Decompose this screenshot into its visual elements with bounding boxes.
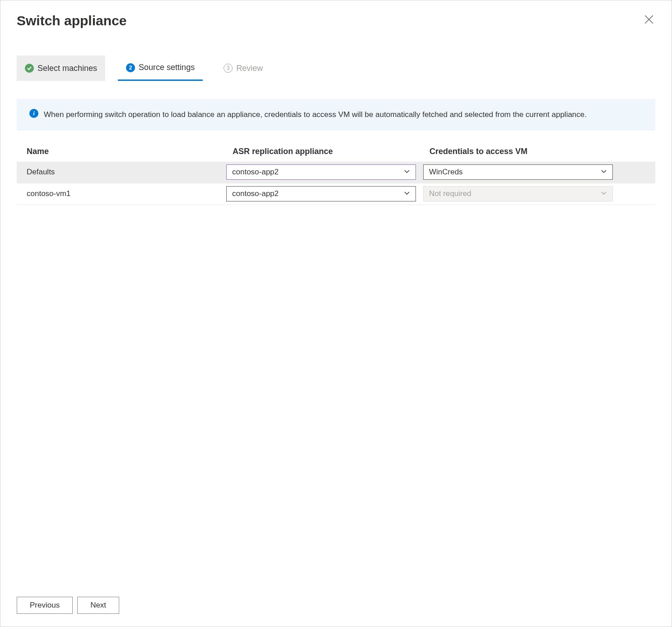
column-header-credentials: Credentials to access VM — [423, 147, 613, 156]
chevron-down-icon — [404, 189, 410, 198]
step-label: Select machines — [37, 64, 97, 73]
page-title: Switch appliance — [17, 13, 126, 28]
credentials-dropdown: Not required — [423, 186, 613, 201]
step-label: Source settings — [139, 63, 195, 72]
step-label: Review — [236, 64, 263, 73]
step-number-icon: 2 — [126, 63, 135, 72]
check-icon — [25, 64, 34, 73]
column-header-name: Name — [20, 147, 219, 156]
chevron-down-icon — [601, 189, 607, 198]
column-header-appliance: ASR replication appliance — [226, 147, 416, 156]
info-text: When performing switch operation to load… — [44, 109, 587, 121]
close-icon — [644, 19, 653, 25]
step-source-settings[interactable]: 2 Source settings — [118, 56, 203, 81]
row-name: contoso-vm1 — [20, 189, 219, 198]
next-button[interactable]: Next — [77, 597, 119, 614]
settings-table: Name ASR replication appliance Credentia… — [17, 147, 655, 205]
dropdown-value: WinCreds — [429, 168, 463, 177]
previous-button[interactable]: Previous — [17, 597, 73, 614]
appliance-dropdown[interactable]: contoso-app2 — [226, 186, 416, 201]
step-select-machines[interactable]: Select machines — [17, 56, 105, 81]
dropdown-value: contoso-app2 — [232, 168, 279, 177]
info-icon: i — [29, 109, 38, 118]
table-row: Defaults contoso-app2 WinCreds — [17, 162, 655, 183]
chevron-down-icon — [404, 168, 410, 177]
table-row: contoso-vm1 contoso-app2 Not required — [17, 183, 655, 205]
row-name: Defaults — [20, 168, 219, 177]
dropdown-value: contoso-app2 — [232, 189, 279, 198]
info-banner: i When performing switch operation to lo… — [17, 99, 655, 131]
chevron-down-icon — [601, 168, 607, 177]
wizard-steps: Select machines 2 Source settings 3 Revi… — [17, 56, 655, 81]
close-button[interactable] — [643, 13, 655, 27]
step-number-icon: 3 — [224, 64, 233, 73]
credentials-dropdown[interactable]: WinCreds — [423, 164, 613, 180]
dropdown-value: Not required — [429, 189, 471, 198]
appliance-dropdown[interactable]: contoso-app2 — [226, 164, 416, 180]
step-review[interactable]: 3 Review — [215, 56, 271, 81]
